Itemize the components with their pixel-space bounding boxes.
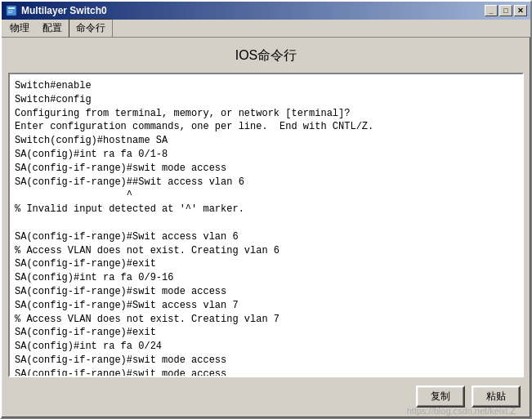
title-bar-left: Multilayer Switch0 [5,4,107,17]
menu-bar: 物理 配置 命令行 [2,20,530,38]
main-window: Multilayer Switch0 _ □ ✕ 物理 配置 命令行 IOS命令… [0,0,532,419]
terminal-container: Switch#enable Switch#config Configuring … [8,73,524,377]
window-content: IOS命令行 Switch#enable Switch#config Confi… [2,38,530,417]
minimize-button[interactable]: _ [485,5,498,16]
paste-button[interactable]: 粘贴 [472,386,521,408]
page-title: IOS命令行 [8,44,524,68]
app-icon [5,4,18,17]
title-bar: Multilayer Switch0 _ □ ✕ [2,2,530,20]
svg-rect-1 [8,7,15,9]
menu-item-cli[interactable]: 命令行 [69,19,113,38]
maximize-button[interactable]: □ [499,5,512,16]
menu-item-physics[interactable]: 物理 [3,20,36,37]
watermark: https://blog.csdn.net/keixl.Z [407,406,516,416]
terminal-output[interactable]: Switch#enable Switch#config Configuring … [10,74,522,376]
svg-rect-2 [8,11,13,11]
copy-button[interactable]: 复制 [416,386,465,408]
title-buttons: _ □ ✕ [485,5,527,16]
close-button[interactable]: ✕ [514,5,527,16]
window-title: Multilayer Switch0 [21,5,107,16]
svg-rect-3 [8,12,12,13]
menu-item-config[interactable]: 配置 [36,20,69,37]
